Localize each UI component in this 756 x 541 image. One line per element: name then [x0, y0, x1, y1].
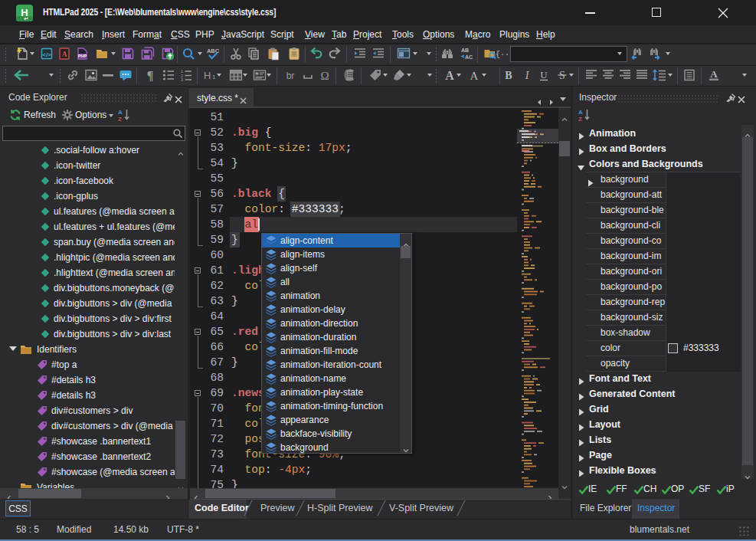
svg-text:A: A [710, 68, 718, 80]
svg-text:Z: Z [578, 116, 582, 123]
